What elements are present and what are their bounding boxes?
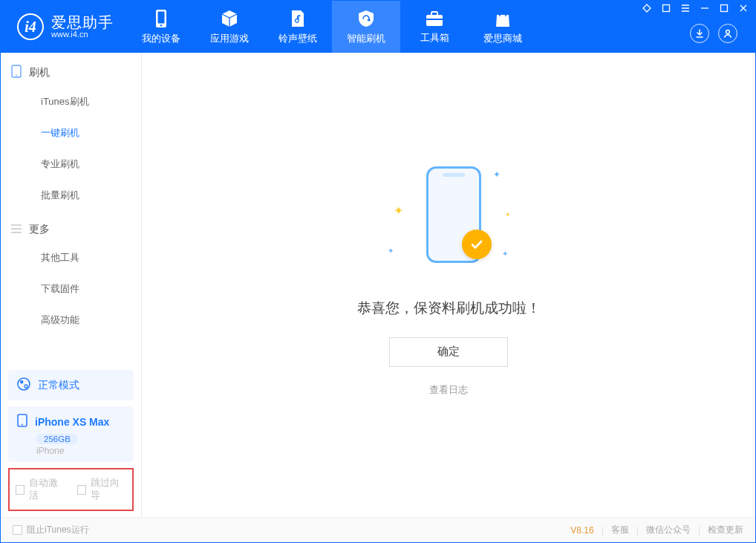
sparkle-icon: ✦ [394,204,403,218]
section-more: 更多 [1,211,141,242]
app-name: 爱思助手 [51,15,114,30]
svg-point-10 [16,75,17,77]
wechat-link[interactable]: 微信公众号 [646,524,691,536]
shield-refresh-icon [356,9,376,28]
checkbox-block-itunes[interactable]: 阻止iTunes运行 [13,524,89,536]
nav-ringtones[interactable]: 铃声壁纸 [264,1,332,53]
nav-label: 铃声壁纸 [278,32,317,45]
sparkle-icon: ✦ [505,211,511,218]
theme-icon[interactable] [642,4,651,13]
check-update-link[interactable]: 检查更新 [708,524,743,536]
highlighted-options: 自动激活 跳过向导 [8,468,134,511]
nav-label: 爱思商城 [483,32,522,45]
app-logo: i4 爱思助手 www.i4.cn [1,1,127,53]
svg-rect-1 [721,5,728,12]
cube-icon [220,9,239,28]
device-card[interactable]: iPhone XS Max 256GB iPhone [8,406,134,462]
mode-label: 正常模式 [38,379,79,392]
top-nav: 我的设备 应用游戏 铃声壁纸 智能刷机 [127,1,537,53]
sparkle-icon: ✦ [502,250,508,258]
device-storage: 256GB [36,434,78,444]
sidebar-item-advanced[interactable]: 高级功能 [1,305,141,336]
svg-point-4 [160,25,162,26]
svg-rect-6 [431,12,437,16]
nav-store[interactable]: 爱思商城 [469,1,537,53]
mode-icon [17,377,30,393]
success-title: 恭喜您，保资料刷机成功啦！ [357,299,541,318]
check-badge-icon [462,230,492,259]
nav-my-device[interactable]: 我的设备 [127,1,195,53]
sidebar-item-pro-flash[interactable]: 专业刷机 [1,149,141,180]
support-link[interactable]: 客服 [611,524,629,536]
svg-rect-5 [426,15,443,26]
main-content: ✦ ✦ ✦ ✦ ✦ 恭喜您，保资料刷机成功啦！ 确定 查看日志 [142,53,755,517]
account-button[interactable] [718,24,737,43]
window-controls [642,4,748,13]
nav-label: 工具箱 [420,31,449,45]
bag-icon [494,9,512,28]
nav-label: 应用游戏 [210,32,249,45]
checkbox-auto-activate[interactable]: 自动激活 [16,477,65,502]
device-type: iPhone [36,446,125,456]
checkbox-icon [13,525,22,535]
sparkle-icon: ✦ [493,169,501,180]
sidebar-item-other-tools[interactable]: 其他工具 [1,242,141,273]
download-button[interactable] [690,24,709,43]
checkbox-label: 阻止iTunes运行 [27,524,89,536]
maximize-button[interactable] [720,4,729,13]
nav-toolbox[interactable]: 工具箱 [400,1,469,53]
svg-point-13 [25,385,27,388]
svg-rect-0 [663,5,670,12]
svg-rect-7 [426,19,443,20]
menu-icon[interactable] [681,4,690,13]
view-log-link[interactable]: 查看日志 [429,383,468,397]
device-icon [153,9,169,28]
phone-icon [11,65,22,80]
svg-rect-3 [158,11,165,23]
checkbox-label: 自动激活 [29,477,65,502]
nav-label: 我的设备 [142,32,180,45]
svg-point-12 [20,380,23,383]
status-bar: 阻止iTunes运行 V8.16 | 客服 | 微信公众号 | 检查更新 [1,517,755,542]
toolbox-icon [425,10,444,27]
version-label: V8.16 [570,525,593,536]
sparkle-icon: ✦ [388,247,394,255]
body: 刷机 iTunes刷机 一键刷机 专业刷机 批量刷机 更多 其他工具 下载固件 … [1,53,755,517]
skin-icon[interactable] [662,4,671,13]
sidebar-item-download-firmware[interactable]: 下载固件 [1,273,141,305]
checkbox-skip-guide[interactable]: 跳过向导 [77,477,127,502]
app-domain: www.i4.cn [51,30,114,39]
checkbox-label: 跳过向导 [91,477,126,502]
device-name: iPhone XS Max [35,416,109,428]
nav-apps[interactable]: 应用游戏 [195,1,264,53]
sidebar-item-batch-flash[interactable]: 批量刷机 [1,180,141,211]
nav-flash[interactable]: 智能刷机 [332,1,400,53]
checkbox-icon [77,485,86,495]
success-illustration: ✦ ✦ ✦ ✦ ✦ [374,159,523,278]
close-button[interactable] [739,4,748,13]
sidebar: 刷机 iTunes刷机 一键刷机 专业刷机 批量刷机 更多 其他工具 下载固件 … [1,53,142,517]
svg-point-15 [22,424,23,426]
logo-icon: i4 [17,13,44,40]
minimize-button[interactable] [700,4,709,13]
sidebar-item-itunes-flash[interactable]: iTunes刷机 [1,86,141,117]
section-label: 刷机 [29,66,50,79]
nav-label: 智能刷机 [347,32,385,45]
music-file-icon [290,9,306,28]
ok-button[interactable]: 确定 [389,337,508,367]
svg-point-8 [726,30,730,34]
checkbox-icon [16,485,25,495]
phone-icon [17,414,27,429]
sidebar-item-onekey-flash[interactable]: 一键刷机 [1,117,141,149]
list-icon [11,224,22,235]
svg-point-11 [18,378,30,390]
section-flash: 刷机 [1,53,141,86]
app-window: i4 爱思助手 www.i4.cn 我的设备 应用游戏 [0,0,756,543]
mode-card[interactable]: 正常模式 [8,370,134,400]
section-label: 更多 [29,223,50,236]
